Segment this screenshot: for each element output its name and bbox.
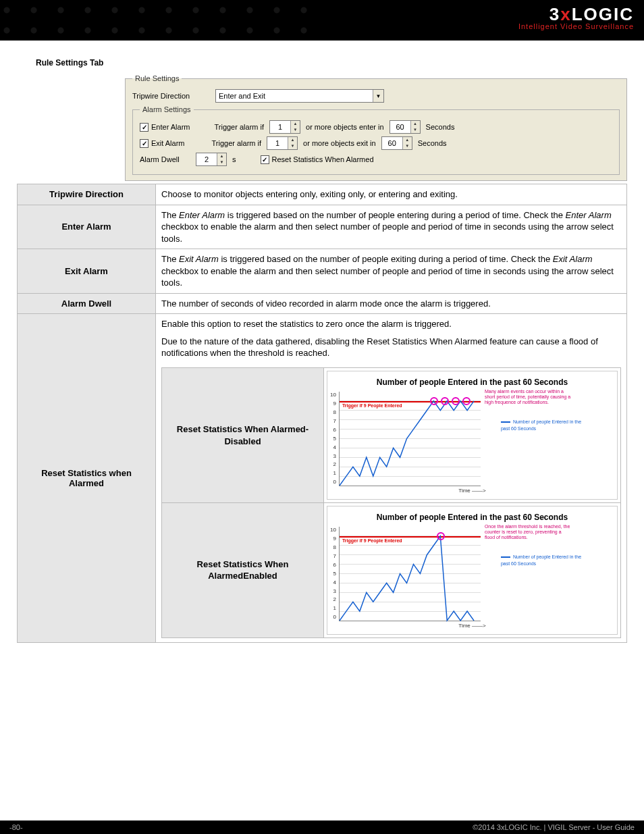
reset-stats-checkbox[interactable]: ✓Reset Statistics When Alarmed bbox=[261, 155, 374, 164]
desc-body: The Enter Alarm is triggered based on th… bbox=[156, 205, 627, 249]
settings-description-table: Tripwire DirectionChoose to monitor obje… bbox=[17, 184, 627, 643]
exit-count-spinner[interactable]: 1▲▼ bbox=[267, 136, 298, 150]
reset-disabled-label: Reset Statistics When Alarmed- Disabled bbox=[162, 368, 324, 503]
exit-time-spinner[interactable]: 60▲▼ bbox=[381, 136, 412, 150]
desc-header: Exit Alarm bbox=[18, 249, 156, 294]
company-logo: 3xLOGIC Intelligent Video Surveillance bbox=[518, 4, 634, 30]
desc-body: Choose to monitor objects entering only,… bbox=[156, 184, 627, 205]
reset-stats-body: Enable this option to reset the statisti… bbox=[156, 314, 627, 643]
exit-alarm-checkbox[interactable]: ✓Exit Alarm bbox=[140, 139, 185, 148]
alarm-dwell-label: Alarm Dwell bbox=[140, 155, 190, 163]
alarm-dwell-spinner[interactable]: 2▲▼ bbox=[196, 153, 227, 166]
chart-enabled: Number of people Entered in the past 60 … bbox=[324, 503, 621, 638]
desc-body: The Exit Alarm is triggered based on the… bbox=[156, 249, 627, 294]
header-texture bbox=[0, 0, 322, 41]
header-banner: 3xLOGIC Intelligent Video Surveillance bbox=[0, 0, 644, 41]
desc-body: The number of seconds of video recorded … bbox=[156, 293, 627, 314]
rule-settings-dialog: Rule Settings Tripwire Direction Enter a… bbox=[125, 74, 627, 181]
desc-header: Alarm Dwell bbox=[18, 293, 156, 314]
tripwire-direction-select[interactable]: Enter and Exit ▼ bbox=[215, 89, 384, 103]
tripwire-direction-label: Tripwire Direction bbox=[132, 92, 210, 100]
dropdown-arrow-icon[interactable]: ▼ bbox=[373, 90, 383, 102]
fieldset-rule-legend: Rule Settings bbox=[132, 74, 182, 82]
fieldset-alarm-legend: Alarm Settings bbox=[140, 105, 194, 113]
enter-time-spinner[interactable]: 60▲▼ bbox=[390, 120, 421, 134]
enter-count-spinner[interactable]: 1▲▼ bbox=[269, 120, 300, 134]
reset-enabled-label: Reset Statistics When AlarmedEnabled bbox=[162, 503, 324, 638]
enter-alarm-checkbox[interactable]: ✓Enter Alarm bbox=[140, 123, 190, 132]
desc-header: Tripwire Direction bbox=[18, 184, 156, 205]
reset-stats-header: Reset Statistics when Alarmed bbox=[18, 314, 156, 643]
chart-disabled: Number of people Entered in the past 60 … bbox=[324, 368, 621, 503]
section-title: Rule Settings Tab bbox=[36, 58, 627, 68]
desc-header: Enter Alarm bbox=[18, 205, 156, 249]
